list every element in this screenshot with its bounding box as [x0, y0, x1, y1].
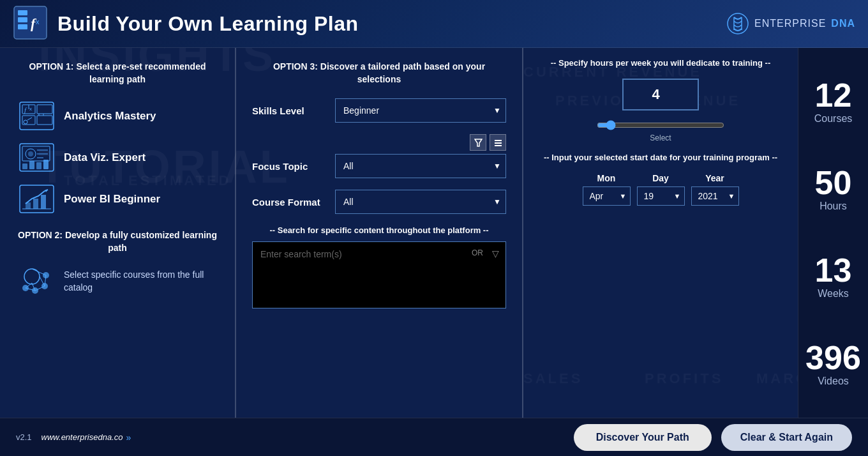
svg-rect-3 — [18, 24, 27, 29]
discover-path-button[interactable]: Discover Your Path — [574, 424, 712, 451]
search-label: -- Search for specific content throughou… — [252, 225, 506, 235]
dataviz-icon — [19, 143, 54, 172]
option1-title: OPTION 1: Select a pre-set recommended l… — [16, 61, 219, 86]
footer-buttons: Discover Your Path Clear & Start Again — [574, 424, 852, 451]
svg-rect-52 — [495, 145, 502, 146]
videos-stat: 396 Videos — [805, 341, 861, 387]
hours-label: -- Specify hours per week you will dedic… — [536, 57, 785, 69]
analytics-icon: f x — [19, 102, 54, 130]
option3-title: OPTION 3: Discover a tailored path based… — [252, 61, 506, 86]
right-section: -- Specify hours per week you will dedic… — [523, 48, 868, 418]
svg-line-16 — [27, 118, 32, 120]
focus-topic-row: Focus Topic All Power BI DAX Python SQL … — [252, 154, 506, 178]
year-select[interactable]: 20202021 202220232024 — [691, 186, 739, 206]
course-format-row: Course Format All Video Course Workshop … — [252, 190, 506, 214]
powerbi-label: Power BI Beginner — [64, 193, 160, 206]
brand-logo: ENTERPRISE DNA — [726, 12, 855, 35]
svg-rect-50 — [495, 140, 502, 141]
main-content: OPTION 1: Select a pre-set recommended l… — [0, 48, 868, 418]
skills-level-select-wrapper: Beginner Intermediate Advanced ▼ — [335, 98, 506, 123]
version-text: v2.1 — [16, 432, 32, 442]
filter-icons-row — [335, 134, 506, 151]
svg-text:x: x — [36, 18, 40, 26]
catalog-icon — [19, 264, 54, 299]
focus-topic-select[interactable]: All Power BI DAX Python SQL — [335, 154, 506, 178]
focus-topic-label: Focus Topic — [252, 161, 329, 172]
svg-rect-28 — [22, 163, 27, 169]
svg-text:f: f — [24, 106, 27, 114]
footer-chevron-icon: » — [126, 432, 131, 443]
year-select-wrapper: 20202021 202220232024 ▼ — [691, 186, 739, 206]
left-panel: OPTION 1: Select a pre-set recommended l… — [0, 48, 236, 418]
date-row: Mon JanFebMar AprMayJun JulAugSep OctNov… — [536, 173, 785, 206]
search-placeholder-text: Enter search term(s) — [260, 249, 342, 259]
course-format-label: Course Format — [252, 197, 329, 208]
option2-title: OPTION 2: Develop a fully customized lea… — [16, 229, 219, 254]
courses-stat: 12 Courses — [814, 79, 853, 125]
weeks-label: Weeks — [815, 288, 852, 300]
focus-topic-select-wrapper: All Power BI DAX Python SQL ▼ — [335, 154, 506, 178]
svg-rect-1 — [18, 10, 27, 15]
skills-level-select[interactable]: Beginner Intermediate Advanced — [335, 98, 506, 123]
videos-label: Videos — [805, 376, 861, 387]
weeks-stat: 13 Weeks — [815, 254, 852, 300]
svg-marker-49 — [475, 139, 482, 146]
search-filter-icon: ▽ — [492, 248, 499, 259]
option2-item[interactable]: Select specific courses from the full ca… — [16, 261, 219, 302]
app-logo-icon: f x — [13, 5, 48, 40]
select-label: Select — [536, 133, 785, 142]
svg-rect-29 — [29, 161, 34, 169]
search-area[interactable]: Enter search term(s) OR ▽ — [252, 241, 506, 308]
skills-level-row: Skills Level Beginner Intermediate Advan… — [252, 98, 506, 123]
weeks-number: 13 — [815, 254, 852, 287]
footer: v2.1 www.enterprisedna.co » Discover You… — [0, 418, 868, 456]
svg-rect-35 — [33, 199, 38, 209]
svg-rect-17 — [37, 105, 52, 114]
day-select-wrapper: 1234 5678 9101112 13141516 17181920 2122… — [637, 186, 685, 206]
filter-icon-2[interactable] — [490, 134, 506, 151]
svg-rect-2 — [18, 17, 27, 22]
svg-rect-36 — [41, 195, 46, 209]
stats-sidebar: 12 Courses 50 Hours 13 Weeks 396 Videos — [798, 48, 868, 418]
videos-number: 396 — [805, 341, 861, 374]
svg-text:x: x — [29, 106, 32, 112]
day-select[interactable]: 1234 5678 9101112 13141516 17181920 2122… — [637, 186, 685, 206]
hours-input-area — [536, 79, 785, 110]
svg-point-15 — [24, 120, 27, 124]
option2-text: Select specific courses from the full ca… — [64, 269, 216, 294]
dna-icon — [726, 12, 749, 35]
skills-level-label: Skills Level — [252, 105, 329, 116]
courses-number: 12 — [814, 79, 853, 112]
filter-icon-1[interactable] — [470, 134, 486, 151]
day-col: Day 1234 5678 9101112 13141516 17181920 … — [637, 173, 685, 206]
header: f x Build Your Own Learning Plan ENTERPR… — [0, 0, 868, 48]
hours-input[interactable] — [622, 79, 699, 110]
year-label: Year — [705, 173, 724, 183]
hours-stat: 50 Hours — [815, 166, 852, 212]
dataviz-label: Data Viz. Expert — [64, 151, 146, 164]
page-title: Build Your Own Learning Plan — [57, 12, 359, 36]
powerbi-item[interactable]: Power BI Beginner — [16, 178, 219, 220]
analytics-mastery-label: Analytics Mastery — [64, 110, 156, 123]
enterprise-text: ENTERPRISE — [754, 18, 826, 29]
hours-slider[interactable] — [597, 120, 724, 130]
dataviz-item[interactable]: Data Viz. Expert — [16, 137, 219, 178]
analytics-mastery-item[interactable]: f x Analytics Mastery — [16, 95, 219, 137]
courses-label: Courses — [814, 113, 853, 125]
course-format-select-wrapper: All Video Course Workshop ▼ — [335, 190, 506, 214]
hours-number: 50 — [815, 166, 852, 199]
footer-url: www.enterprisedna.co — [41, 432, 123, 442]
dna-text: DNA — [831, 18, 855, 29]
month-select[interactable]: JanFebMar AprMayJun JulAugSep OctNovDec — [583, 186, 631, 206]
powerbi-icon — [19, 185, 54, 213]
clear-start-again-button[interactable]: Clear & Start Again — [721, 424, 852, 451]
svg-rect-18 — [37, 116, 52, 125]
month-col: Mon JanFebMar AprMayJun JulAugSep OctNov… — [583, 173, 631, 206]
start-date-label: -- Input your selected start date for yo… — [536, 152, 785, 163]
hours-stat-label: Hours — [815, 201, 852, 212]
svg-rect-51 — [495, 142, 502, 144]
month-label: Mon — [597, 173, 616, 183]
course-format-select[interactable]: All Video Course Workshop — [335, 190, 506, 214]
header-logo: f x — [13, 5, 57, 43]
month-select-wrapper: JanFebMar AprMayJun JulAugSep OctNovDec … — [583, 186, 631, 206]
